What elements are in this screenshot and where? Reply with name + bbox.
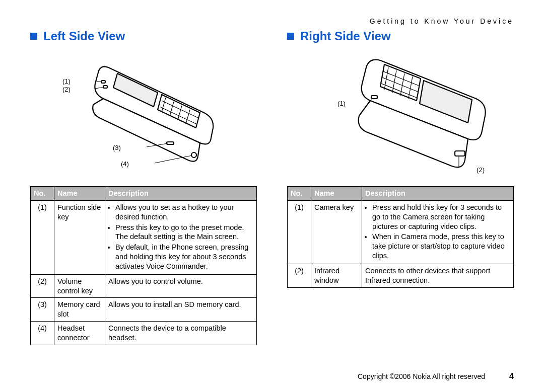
table-row: (3) Memory card slot Allows you to insta… (31, 298, 257, 322)
phone-right-side-icon (310, 52, 491, 182)
callout-2: (2) (477, 166, 485, 174)
cell-desc: Connects the device to a compatible head… (105, 322, 257, 345)
bullet-item: Allows you to set as a hotkey to your de… (115, 203, 253, 222)
table-row: (2) Volume control key Allows you to con… (31, 274, 257, 298)
cell-no: (1) (288, 200, 311, 264)
callout-1: (1) (62, 77, 71, 85)
manual-page: Getting to Know Your Device Left Side Vi… (0, 0, 544, 392)
bullet-list: Allows you to set as a hotkey to your de… (108, 203, 253, 271)
col-header-no: No. (31, 187, 54, 201)
bullet-item: When in Camera mode, press this key to t… (372, 232, 510, 261)
bullet-item: Press this key to go to the preset mode.… (115, 223, 253, 242)
callout-3: (3) (113, 144, 121, 151)
copyright-text: Copyright ©2006 Nokia All right reserved (358, 372, 485, 380)
cell-desc: Allows you to control volume. (105, 274, 257, 298)
callout-2: (2) (62, 86, 71, 93)
phone-left-side-icon (53, 52, 234, 182)
col-header-no: No. (288, 187, 311, 201)
running-header: Getting to Know Your Device (370, 17, 514, 25)
cell-name: Memory card slot (54, 298, 105, 322)
svg-rect-22 (455, 151, 465, 156)
svg-rect-8 (167, 142, 174, 144)
table-header-row: No. Name Description (288, 187, 514, 201)
left-parts-table: No. Name Description (1) Function side k… (30, 186, 257, 345)
table-header-row: No. Name Description (31, 187, 257, 201)
right-parts-table: No. Name Description (1) Camera key Pres… (287, 186, 514, 288)
two-column-layout: Left Side View (1) (2) (3) (4) (30, 29, 514, 345)
right-column: Right Side View (1) (2) (287, 29, 514, 345)
cell-no: (3) (31, 298, 54, 322)
callout-4: (4) (121, 160, 129, 168)
left-heading: Left Side View (30, 29, 257, 43)
cell-no: (2) (31, 274, 54, 298)
col-header-name: Name (54, 187, 105, 201)
bullet-list: Press and hold this key for 3 seconds to… (365, 203, 510, 261)
bullet-item: Press and hold this key for 3 seconds to… (372, 203, 510, 231)
page-number: 4 (509, 372, 514, 381)
right-heading-text: Right Side View (300, 29, 391, 43)
square-bullet-icon (287, 33, 294, 40)
cell-name: Camera key (311, 200, 362, 264)
svg-rect-7 (103, 86, 107, 88)
svg-point-9 (191, 152, 196, 158)
cell-name: Function side key (54, 200, 105, 274)
svg-rect-21 (371, 96, 377, 99)
left-column: Left Side View (1) (2) (3) (4) (30, 29, 257, 345)
cell-desc: Press and hold this key for 3 seconds to… (362, 200, 514, 264)
cell-name: Headset connector (54, 322, 105, 345)
cell-name: Infrared window (311, 264, 362, 287)
table-row: (1) Camera key Press and hold this key f… (288, 200, 514, 264)
table-row: (2) Infrared window Connects to other de… (288, 264, 514, 287)
right-heading: Right Side View (287, 29, 514, 43)
table-row: (1) Function side key Allows you to set … (31, 200, 257, 274)
cell-desc: Allows you to set as a hotkey to your de… (105, 200, 257, 274)
page-footer: Copyright ©2006 Nokia All right reserved… (358, 372, 514, 381)
cell-desc: Allows you to install an SD memory card. (105, 298, 257, 322)
right-diagram: (1) (2) (287, 52, 514, 182)
left-diagram: (1) (2) (3) (4) (30, 52, 257, 182)
cell-no: (1) (31, 200, 54, 274)
square-bullet-icon (30, 33, 37, 40)
bullet-item: By default, in the Phone screen, pressin… (115, 243, 253, 271)
table-row: (4) Headset connector Connects the devic… (31, 322, 257, 345)
col-header-desc: Description (105, 187, 257, 201)
cell-no: (4) (31, 322, 54, 345)
cell-no: (2) (288, 264, 311, 287)
cell-desc: Connects to other devices that support I… (362, 264, 514, 287)
col-header-name: Name (311, 187, 362, 201)
left-heading-text: Left Side View (43, 29, 125, 43)
col-header-desc: Description (362, 187, 514, 201)
cell-name: Volume control key (54, 274, 105, 298)
callout-1: (1) (337, 100, 346, 107)
